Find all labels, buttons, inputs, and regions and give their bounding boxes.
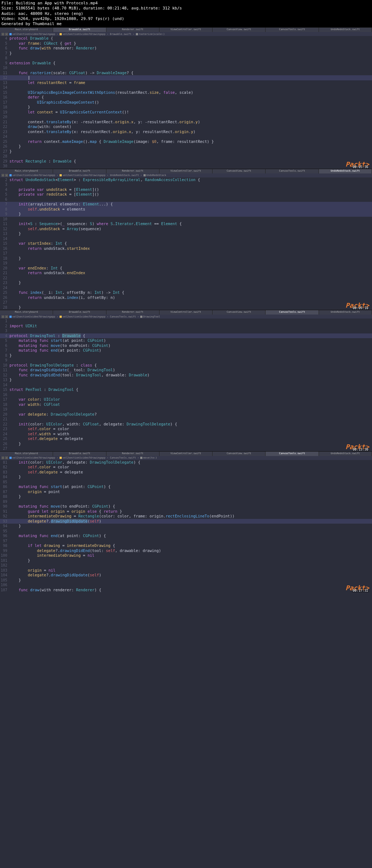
- nav-back-icon[interactable]: ‹: [1, 456, 4, 459]
- method-icon: [140, 457, 142, 459]
- bc-project[interactable]: vol2section1video7drawingapp: [9, 33, 55, 36]
- breadcrumb: ‹› vol2section1video7drawingapp › vol2se…: [0, 32, 372, 36]
- timestamp: 00:17:32: [352, 589, 369, 592]
- video-info: Video: h264, yuv420p, 1920x1080, 29.97 f…: [1, 16, 371, 21]
- tab-viewcontroller[interactable]: ViewController.swift: [159, 452, 213, 456]
- nav-back-icon[interactable]: ‹: [1, 174, 4, 177]
- pane-3: Main.storyboard Drawable.swift Renderer.…: [0, 310, 372, 451]
- tab-undoredo[interactable]: UndoRedoStack.swift: [319, 452, 372, 456]
- tab-bar: Main.storyboard Drawable.swift Renderer.…: [0, 452, 372, 456]
- tab-canvasview[interactable]: CanvasView.swift: [213, 452, 266, 456]
- tab-undoredo[interactable]: UndoRedoStack.swift: [319, 28, 372, 32]
- tab-bar: Main.storyboard Drawable.swift Renderer.…: [0, 169, 372, 173]
- project-icon: [9, 33, 12, 35]
- tab-bar: Main.storyboard Drawable.swift Renderer.…: [0, 28, 372, 32]
- pane-1: Main.storyboard Drawable.swift Renderer.…: [0, 27, 372, 169]
- breadcrumb: ‹› vol2section1video7drawingapp › vol2se…: [0, 456, 372, 460]
- tab-viewcontroller[interactable]: ViewController.swift: [159, 310, 213, 315]
- tab-viewcontroller[interactable]: ViewController.swift: [159, 28, 213, 32]
- tab-storyboard[interactable]: Main.storyboard: [0, 310, 53, 315]
- file-size: Size: 51065541 bytes (48.70 MiB), durati…: [1, 6, 371, 11]
- folder-icon: [60, 33, 62, 35]
- nav-fwd-icon[interactable]: ›: [5, 456, 8, 459]
- tab-drawable[interactable]: Drawable.swift: [53, 169, 106, 173]
- tab-canvasview[interactable]: CanvasView.swift: [213, 310, 266, 315]
- tab-canvastools[interactable]: CanvasTools.swift: [266, 169, 319, 173]
- tab-renderer[interactable]: Renderer.swift: [106, 28, 159, 32]
- project-icon: [9, 174, 12, 176]
- file-name: File: Building an App with Protocols.mp4: [1, 1, 371, 6]
- generator-info: Generated by Thumbnail me: [1, 21, 371, 27]
- line-number: 4: [0, 36, 9, 41]
- struct-icon: [143, 174, 146, 176]
- breadcrumb: ‹› vol2section1video7drawingapp › vol2se…: [0, 315, 372, 319]
- method-icon: [136, 33, 138, 35]
- tab-drawable[interactable]: Drawable.swift: [53, 310, 106, 315]
- tab-undoredo[interactable]: UndoRedoStack.swift: [319, 310, 372, 315]
- nav-back-icon[interactable]: ‹: [1, 33, 4, 36]
- code-editor-4[interactable]: 81 init(color: UIColor, delegate: Drawin…: [0, 460, 372, 593]
- folder-icon: [60, 316, 62, 318]
- timestamp: 00:09:10: [352, 306, 369, 310]
- tab-renderer[interactable]: Renderer.swift: [106, 310, 159, 315]
- project-icon: [9, 457, 12, 459]
- nav-fwd-icon[interactable]: ›: [5, 315, 8, 318]
- tab-viewcontroller[interactable]: ViewController.swift: [159, 169, 213, 173]
- tab-canvasview[interactable]: CanvasView.swift: [213, 169, 266, 173]
- tab-canvastools[interactable]: CanvasTools.swift: [266, 28, 319, 32]
- tab-renderer[interactable]: Renderer.swift: [106, 452, 159, 456]
- tab-undoredo[interactable]: UndoRedoStack.swift: [319, 169, 372, 173]
- tab-canvasview[interactable]: CanvasView.swift: [213, 28, 266, 32]
- breadcrumb: ‹› vol2section1video7drawingapp › vol2se…: [0, 173, 372, 177]
- audio-info: Audio: aac, 48000 Hz, stereo (eng): [1, 11, 371, 16]
- bc-symbol[interactable]: rasterize(scale:): [136, 33, 165, 36]
- tab-storyboard[interactable]: Main.storyboard: [0, 28, 53, 32]
- code-editor-2[interactable]: 2struct UndoRedoStack<Element> : Express…: [0, 177, 372, 310]
- media-info-overlay: File: Building an App with Protocols.mp4…: [0, 0, 372, 27]
- tab-drawable[interactable]: Drawable.swift: [53, 28, 106, 32]
- tab-bar: Main.storyboard Drawable.swift Renderer.…: [0, 310, 372, 315]
- pane-4: Main.storyboard Drawable.swift Renderer.…: [0, 451, 372, 593]
- tab-renderer[interactable]: Renderer.swift: [106, 169, 159, 173]
- nav-back-icon[interactable]: ‹: [1, 315, 4, 318]
- bc-folder[interactable]: vol2section1video7drawingapp: [60, 33, 105, 36]
- tab-storyboard[interactable]: Main.storyboard: [0, 452, 53, 456]
- nav-fwd-icon[interactable]: ›: [5, 33, 8, 36]
- tab-drawable[interactable]: Drawable.swift: [53, 452, 106, 456]
- project-icon: [9, 316, 12, 318]
- folder-icon: [60, 457, 62, 459]
- timestamp: 00:05:36: [352, 165, 369, 169]
- code-editor-1[interactable]: 4protocol Drawable { 5 var frame: CGRect…: [0, 36, 372, 169]
- tab-canvastools[interactable]: CanvasTools.swift: [266, 452, 319, 456]
- nav-fwd-icon[interactable]: ›: [5, 174, 8, 177]
- tab-storyboard[interactable]: Main.storyboard: [0, 169, 53, 173]
- folder-icon: [60, 174, 62, 176]
- tab-canvastools[interactable]: CanvasTools.swift: [266, 310, 319, 315]
- code-editor-3[interactable]: 1 2import UIKit 3 4protocol DrawingTool …: [0, 319, 372, 451]
- protocol-icon: [140, 316, 142, 318]
- bc-file[interactable]: Drawable.swift: [110, 33, 131, 36]
- pane-2: Main.storyboard Drawable.swift Renderer.…: [0, 169, 372, 310]
- timestamp: 00:13:30: [352, 448, 369, 451]
